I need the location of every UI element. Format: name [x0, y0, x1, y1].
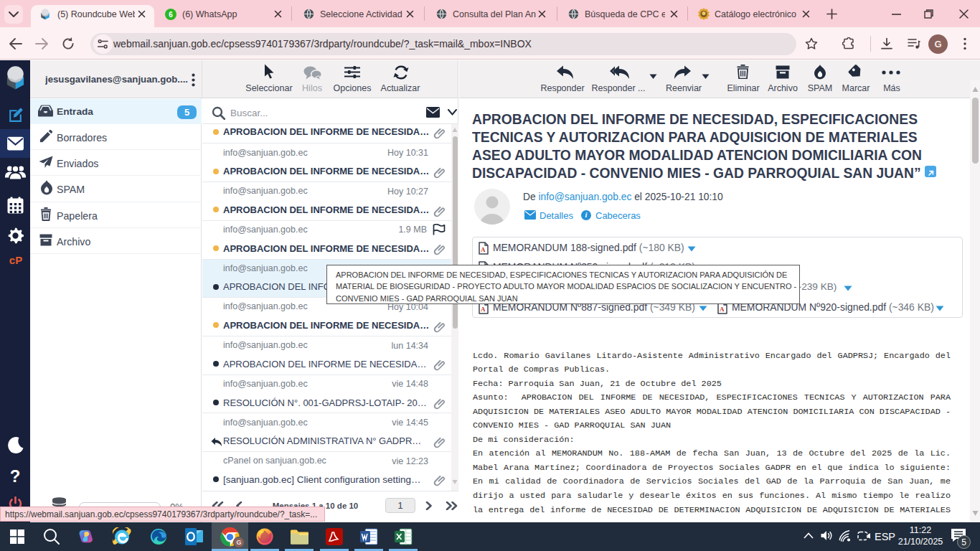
svg-text:6: 6 — [169, 11, 173, 19]
svg-text:A: A — [481, 246, 486, 253]
svg-text:A: A — [720, 306, 725, 313]
svg-text:A: A — [481, 306, 486, 313]
